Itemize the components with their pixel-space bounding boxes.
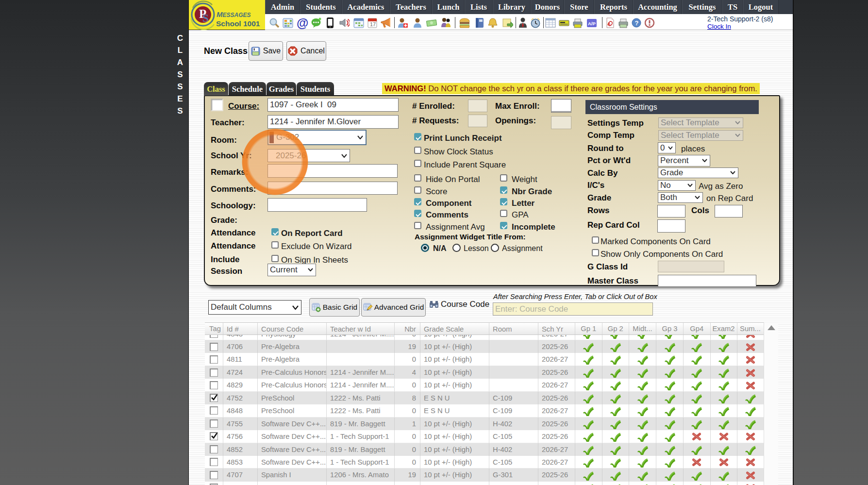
svg-text:A/P: A/P <box>588 21 596 26</box>
svg-text:?: ? <box>635 19 639 27</box>
svg-text:S: S <box>202 12 209 24</box>
svg-text:School 1001: School 1001 <box>216 19 260 28</box>
svg-text:17: 17 <box>370 21 376 27</box>
svg-text:MESSAGES: MESSAGES <box>217 10 251 18</box>
